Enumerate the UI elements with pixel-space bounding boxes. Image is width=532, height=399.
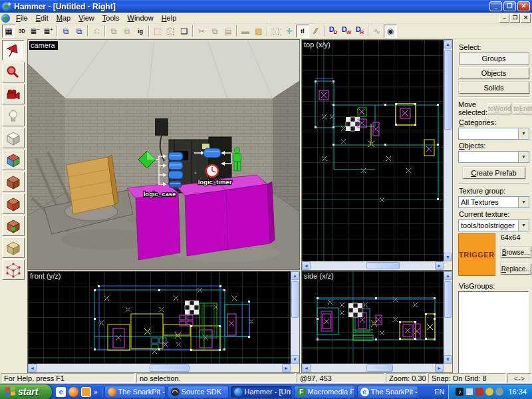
start-button[interactable]: start [0,384,52,399]
replace-button[interactable]: Replace... [501,263,531,275]
block-tool-icon[interactable] [2,128,25,148]
task-macromedia[interactable]: F Macromedia Fi... [294,386,355,398]
create-prefab-button[interactable]: Create Prefab [463,167,525,179]
menu-edit[interactable]: Edit [32,13,53,23]
entity-tool-icon[interactable] [2,106,25,126]
select-bounds-icon[interactable]: ⬚ [269,25,283,38]
texture-lock-off-icon[interactable]: ▬ [239,25,252,38]
grid-smaller-icon[interactable]: ▦⁻ [29,25,42,38]
scroll-left-icon[interactable]: ◄ [302,261,311,270]
tray-display-icon[interactable] [466,388,473,396]
mdi-restore-button[interactable]: ❐ [510,14,520,23]
scroll-right-icon[interactable]: ► [435,364,444,372]
selection-tool-icon[interactable] [2,40,25,61]
carve-icon[interactable]: ⬚ [151,25,164,38]
mdi-document-icon[interactable] [1,14,10,23]
objects-dropdown[interactable]: ▼ [458,151,529,163]
mdi-close-button[interactable]: ✕ [521,14,531,23]
firefox-icon[interactable] [68,387,78,397]
front-view-canvas[interactable] [28,271,292,365]
tray-globe-icon[interactable] [485,388,493,396]
menu-view[interactable]: View [74,13,98,23]
browse-button[interactable]: Browse... [501,247,531,258]
scroll-up-icon[interactable]: ▲ [444,40,452,49]
select-groups-button[interactable]: Groups [459,53,529,65]
task-hammer[interactable]: Hammer - [Unt... [231,386,292,398]
grid-3d-icon[interactable]: 3D [15,25,29,38]
cut-icon[interactable]: ✂ [195,25,208,38]
scroll-down-icon[interactable]: ▼ [444,355,452,364]
minimize-button[interactable]: _ [489,1,502,11]
tray-update-icon[interactable] [495,388,503,396]
undo-icon[interactable]: ⎌ [90,25,103,38]
run-commands-icon[interactable]: ∿ [370,25,384,38]
mdi-minimize-button[interactable]: – [499,14,509,23]
select-solids-button[interactable]: Solids [459,82,529,94]
top-view-vscrollbar[interactable]: ▲ ▼ [444,40,452,261]
language-indicator[interactable]: EN [430,388,448,396]
displacement-draw-icon[interactable]: DD [327,25,340,38]
task-source-sdk[interactable]: ◠ Source SDK [168,386,229,398]
paste-icon[interactable]: ▤ [221,25,235,38]
viewport-top[interactable]: top (x/y) [301,39,453,271]
chevron-down-icon[interactable]: ▼ [518,128,529,139]
chevron-more-icon[interactable]: » [94,388,98,396]
categories-dropdown[interactable]: ▼ [458,128,529,140]
copy-icon[interactable]: ⧉ [208,25,221,38]
resize-grip[interactable]: <-> [507,373,531,383]
texture-lock-icon[interactable]: ▨ [252,25,265,38]
viewport-side[interactable]: side (x/z) [301,271,453,373]
top-view-canvas[interactable] [302,40,445,263]
camera-tool-icon[interactable] [2,84,25,104]
task-snarkpit-firefox[interactable]: The SnarkPit - ... [104,386,166,398]
viewport-3d[interactable]: camera [27,39,300,270]
select-objects-button[interactable]: Objects [459,67,529,79]
to-entity-button[interactable]: toEntity [513,103,532,114]
scroll-up-icon[interactable]: ▲ [291,271,299,280]
menu-tools[interactable]: Tools [98,13,124,23]
to-world-button[interactable]: toWorld [487,103,511,114]
scroll-left-icon[interactable]: ◄ [302,364,311,372]
apply-overlay-tool-icon[interactable] [2,215,25,236]
scroll-right-icon[interactable]: ► [435,261,444,270]
front-view-vscrollbar[interactable]: ▲ ▼ [291,271,299,364]
group-objects-icon[interactable]: ❏ [178,25,191,38]
internet-explorer-icon[interactable]: e [56,387,66,397]
apply-feather-icon[interactable]: ⁄⁄ [309,25,323,38]
save-window-state-icon[interactable]: ⧉ [72,25,86,38]
ungroup-icon[interactable]: ⧉ [120,25,134,38]
cursor-cross-icon[interactable]: ✛ [283,25,296,38]
hollow-icon[interactable]: ⬚ [164,25,178,38]
texture-group-dropdown[interactable]: All Textures▼ [458,196,529,208]
tray-volume-icon[interactable]: ♪ [456,388,464,396]
task-snarkpit-ie[interactable]: e The SnarkPit - ... [357,386,418,398]
displacement-remove-icon[interactable]: DR [353,25,366,38]
clipping-tool-icon[interactable] [2,237,25,258]
displacement-walkable-icon[interactable]: DW [340,25,353,38]
texture-preview[interactable]: TRIGGER [458,233,495,276]
app-shortcut-icon[interactable] [81,387,91,397]
chevron-down-icon[interactable]: ▼ [518,220,529,231]
run-map-icon[interactable]: ◉ [384,25,397,38]
menu-window[interactable]: Window [123,13,157,23]
visgroups-list[interactable] [458,291,529,386]
viewport-front[interactable]: front (y/z) [27,271,300,373]
front-view-hscrollbar[interactable]: ◄ ► [28,364,291,372]
group-icon[interactable]: ⧉ [107,25,120,38]
scroll-down-icon[interactable]: ▼ [444,253,452,261]
scroll-down-icon[interactable]: ▼ [291,355,299,364]
scroll-up-icon[interactable]: ▲ [444,271,452,280]
tray-firewall-icon[interactable] [475,388,483,396]
side-view-vscrollbar[interactable]: ▲ ▼ [444,271,452,364]
scroll-right-icon[interactable]: ► [282,364,291,372]
top-view-hscrollbar[interactable]: ◄ ► [302,261,444,270]
scroll-left-icon[interactable]: ◄ [28,364,37,372]
apply-texture-tool-icon[interactable] [2,172,25,192]
camera-view-canvas[interactable]: logic_case logic_timer [28,40,299,269]
menu-help[interactable]: Help [158,13,181,23]
grid-larger-icon[interactable]: ▦⁺ [42,25,55,38]
grid-toggle-icon[interactable]: ▦ [2,25,15,38]
menu-file[interactable]: File [12,13,32,23]
side-view-hscrollbar[interactable]: ◄ ► [302,364,444,372]
texture-application-tool-icon[interactable] [2,150,25,170]
